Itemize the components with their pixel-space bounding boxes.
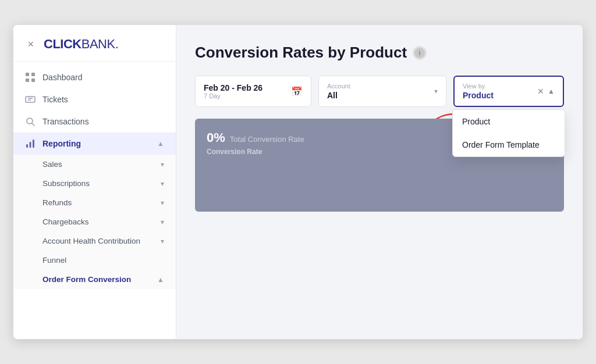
sidebar-item-reporting[interactable]: Reporting ▲ xyxy=(13,133,176,155)
account-value: All xyxy=(327,91,428,100)
svg-rect-2 xyxy=(26,78,29,82)
subnav-funnel[interactable]: Funnel xyxy=(13,251,176,270)
grid-icon xyxy=(25,72,36,83)
date-filter[interactable]: Feb 20 - Feb 26 7 Day 📅 xyxy=(195,76,311,107)
app-layout: ✕ CLICKBANK. Dashboar xyxy=(13,25,583,339)
viewby-dropdown: Product Order Form Template xyxy=(452,109,565,157)
chevron-up-icon: ▲ xyxy=(157,276,164,284)
subnav-subscriptions[interactable]: Subscriptions ▾ xyxy=(13,174,176,193)
chevron-down-icon: ▾ xyxy=(434,87,438,95)
svg-rect-4 xyxy=(26,97,35,102)
reporting-subnav: Sales ▾ Subscriptions ▾ Refunds ▾ Charge… xyxy=(13,155,176,289)
dropdown-item-product[interactable]: Product xyxy=(453,110,565,133)
clear-viewby-button[interactable]: ✕ xyxy=(537,87,544,96)
search-doc-icon xyxy=(25,116,36,127)
filters-row: Feb 20 - Feb 26 7 Day 📅 Account All ▾ xyxy=(195,76,564,107)
subnav-refunds[interactable]: Refunds ▾ xyxy=(13,193,176,212)
subnav-chargebacks[interactable]: Chargebacks ▾ xyxy=(13,212,176,231)
date-value: Feb 20 - Feb 26 xyxy=(204,83,285,92)
sidebar-item-transactions[interactable]: Transactions xyxy=(13,110,176,133)
sidebar-item-label: Dashboard xyxy=(42,73,164,82)
chevron-down-icon: ▾ xyxy=(161,160,164,169)
close-button[interactable]: ✕ xyxy=(25,38,37,50)
sidebar-item-label: Tickets xyxy=(42,95,164,104)
sidebar-header: ✕ CLICKBANK. xyxy=(13,25,176,62)
date-filter-text: Feb 20 - Feb 26 7 Day xyxy=(204,83,285,99)
page-title: Conversion Rates by Product xyxy=(195,44,407,62)
svg-rect-10 xyxy=(30,142,31,148)
subnav-account-health[interactable]: Account Health Contribution ▾ xyxy=(13,231,176,251)
conversion-pct: 0% xyxy=(207,130,225,145)
account-filter[interactable]: Account All ▾ xyxy=(318,76,446,107)
calendar-icon: 📅 xyxy=(291,86,303,97)
svg-rect-11 xyxy=(33,140,34,148)
svg-rect-3 xyxy=(31,78,35,82)
viewby-value: Product xyxy=(463,91,531,100)
bar-chart-icon xyxy=(25,138,36,149)
viewby-actions: ✕ ▲ xyxy=(537,87,555,96)
app-logo: CLICKBANK. xyxy=(44,37,118,52)
viewby-label: View by xyxy=(463,83,531,90)
svg-text:i: i xyxy=(419,49,421,56)
info-icon[interactable]: i xyxy=(413,46,427,60)
chevron-down-icon: ▾ xyxy=(161,180,164,188)
svg-line-8 xyxy=(32,123,34,126)
browser-window: ✕ CLICKBANK. Dashboar xyxy=(13,24,583,340)
chevron-down-icon: ▾ xyxy=(161,237,164,245)
subnav-sales[interactable]: Sales ▾ xyxy=(13,155,176,174)
chevron-down-icon: ▾ xyxy=(161,199,164,207)
svg-rect-9 xyxy=(26,144,28,148)
viewby-filter[interactable]: View by Product ✕ ▲ xyxy=(453,76,564,107)
conversion-text: Total Conversion Rate xyxy=(230,135,304,144)
chevron-up-icon: ▲ xyxy=(548,87,555,95)
date-sublabel: 7 Day xyxy=(204,92,285,99)
page-title-row: Conversion Rates by Product i xyxy=(195,44,564,62)
chevron-down-icon: ▾ xyxy=(161,218,164,226)
subnav-order-form[interactable]: Order Form Conversion ▲ xyxy=(13,270,176,289)
sidebar-item-tickets[interactable]: Tickets xyxy=(13,88,176,110)
dropdown-item-order-form-template[interactable]: Order Form Template xyxy=(453,133,565,156)
chevron-up-icon: ▲ xyxy=(157,140,164,148)
svg-rect-1 xyxy=(31,73,35,76)
main-content: Conversion Rates by Product i Feb 20 - F… xyxy=(176,25,583,339)
sidebar-item-label: Transactions xyxy=(42,117,164,126)
ticket-icon xyxy=(25,94,36,105)
sidebar-item-label: Reporting xyxy=(42,139,150,148)
sidebar-item-dashboard[interactable]: Dashboard xyxy=(13,66,176,88)
viewby-container: View by Product ✕ ▲ Product Order Form T… xyxy=(453,76,564,107)
svg-rect-0 xyxy=(26,73,29,76)
sidebar-nav: Dashboard Tickets xyxy=(13,62,176,339)
sidebar: ✕ CLICKBANK. Dashboar xyxy=(13,25,176,339)
account-label: Account xyxy=(327,83,428,90)
